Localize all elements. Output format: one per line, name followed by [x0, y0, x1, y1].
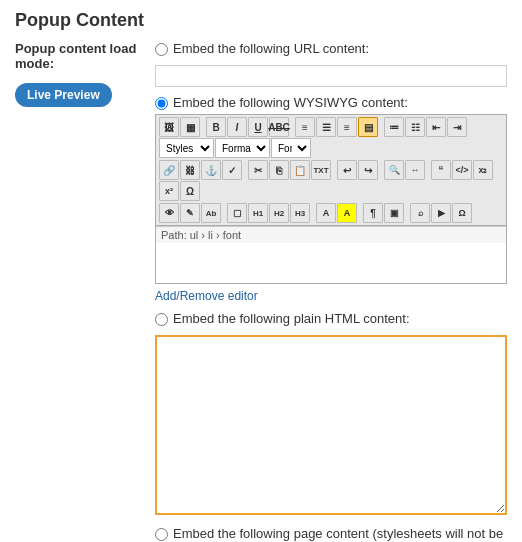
page-option: Embed the following page content (styles… — [155, 526, 507, 542]
tb-code-btn[interactable]: </> — [452, 160, 472, 180]
tb-find-btn[interactable]: 🔍 — [384, 160, 404, 180]
url-option: Embed the following URL content: — [155, 41, 507, 56]
tb-list-ol-btn[interactable]: ☷ — [405, 117, 425, 137]
tb-styles-select[interactable]: Styles — [159, 138, 214, 158]
toolbar-row-1: 🖼 ▦ B I U ABC ≡ ☰ ≡ ▤ ≔ ☷ ⇤ ⇥ — [159, 117, 503, 158]
html-textarea[interactable] — [155, 335, 507, 515]
tb-bold-btn[interactable]: B — [206, 117, 226, 137]
tb-indent-btn[interactable]: ⇥ — [447, 117, 467, 137]
tb-align-justify-btn[interactable]: ▤ — [358, 117, 378, 137]
url-radio[interactable] — [155, 43, 168, 56]
tb-charmap-btn[interactable]: Ω — [452, 203, 472, 223]
tb-preview-btn[interactable]: 👁 — [159, 203, 179, 223]
html-option-label: Embed the following plain HTML content: — [173, 311, 410, 326]
tb-blockquote-btn[interactable]: “ — [431, 160, 451, 180]
tb-source-btn[interactable]: ✎ — [180, 203, 200, 223]
toolbar-row-2: 🔗 ⛓ ⚓ ✓ ✂ ⎘ 📋 TXT ↩ ↪ 🔍 ↔ “ — [159, 160, 503, 201]
tb-h1-btn[interactable]: H1 — [248, 203, 268, 223]
tb-list-ul-btn[interactable]: ≔ — [384, 117, 404, 137]
tb-redo-btn[interactable]: ↪ — [358, 160, 378, 180]
tb-para-btn[interactable]: ¶ — [363, 203, 383, 223]
toolbar-row-3: 👁 ✎ Ab ▢ H1 H2 H3 A A ¶ ▣ ⌕ ▶ — [159, 203, 503, 223]
wysiwyg-option-label: Embed the following WYSIWYG content: — [173, 95, 408, 110]
tb-outdent-btn[interactable]: ⇤ — [426, 117, 446, 137]
html-radio[interactable] — [155, 313, 168, 326]
content-load-label: Popup content load mode: — [15, 41, 145, 71]
tb-anchor-btn[interactable]: ⚓ — [201, 160, 221, 180]
tb-bgcolor-btn[interactable]: A — [337, 203, 357, 223]
tb-fgcolor-btn[interactable]: A — [316, 203, 336, 223]
tb-font-select[interactable]: Fon — [271, 138, 311, 158]
tb-paste-text-btn[interactable]: TXT — [311, 160, 331, 180]
url-option-label: Embed the following URL content: — [173, 41, 369, 56]
tb-table-btn[interactable]: ▦ — [180, 117, 200, 137]
tb-replace-btn[interactable]: ↔ — [405, 160, 425, 180]
add-remove-editor-link[interactable]: Add/Remove editor — [155, 289, 258, 303]
tb-sub-btn[interactable]: x₂ — [473, 160, 493, 180]
tb-undo-btn[interactable]: ↩ — [337, 160, 357, 180]
tb-spell-btn[interactable]: ✓ — [222, 160, 242, 180]
tb-zoom-btn[interactable]: ⌕ — [410, 203, 430, 223]
wysiwyg-option: Embed the following WYSIWYG content: — [155, 95, 507, 110]
tb-cut-btn[interactable]: ✂ — [248, 160, 268, 180]
tb-align-right-btn[interactable]: ≡ — [337, 117, 357, 137]
tb-copy-btn[interactable]: ⎘ — [269, 160, 289, 180]
tb-align-center-btn[interactable]: ☰ — [316, 117, 336, 137]
tb-italic-btn[interactable]: I — [227, 117, 247, 137]
page-title: Popup Content — [15, 10, 507, 31]
wysiwyg-editor: 🖼 ▦ B I U ABC ≡ ☰ ≡ ▤ ≔ ☷ ⇤ ⇥ — [155, 114, 507, 284]
wysiwyg-radio[interactable] — [155, 97, 168, 110]
editor-toolbar: 🖼 ▦ B I U ABC ≡ ☰ ≡ ▤ ≔ ☷ ⇤ ⇥ — [156, 115, 506, 226]
tb-unlink-btn[interactable]: ⛓ — [180, 160, 200, 180]
url-input[interactable] — [155, 65, 507, 87]
tb-h3-btn[interactable]: H3 — [290, 203, 310, 223]
tb-showblocks-btn[interactable]: ▣ — [384, 203, 404, 223]
tb-link-btn[interactable]: 🔗 — [159, 160, 179, 180]
tb-omega-btn[interactable]: Ω — [180, 181, 200, 201]
page-option-label: Embed the following page content (styles… — [173, 526, 507, 542]
tb-paste-btn[interactable]: 📋 — [290, 160, 310, 180]
tb-image-btn[interactable]: 🖼 — [159, 117, 179, 137]
editor-content[interactable] — [156, 243, 506, 283]
live-preview-button[interactable]: Live Preview — [15, 83, 112, 107]
page-radio[interactable] — [155, 528, 168, 541]
tb-strikethrough-btn[interactable]: ABC — [269, 117, 289, 137]
editor-path-bar: Path: ul › li › font — [156, 226, 506, 243]
tb-layer-btn[interactable]: ▢ — [227, 203, 247, 223]
tb-h2-btn[interactable]: H2 — [269, 203, 289, 223]
tb-media-btn[interactable]: ▶ — [431, 203, 451, 223]
tb-abbr-btn[interactable]: Ab — [201, 203, 221, 223]
tb-align-left-btn[interactable]: ≡ — [295, 117, 315, 137]
html-option: Embed the following plain HTML content: — [155, 311, 507, 326]
tb-underline-btn[interactable]: U — [248, 117, 268, 137]
tb-sup-btn[interactable]: x² — [159, 181, 179, 201]
tb-format-select[interactable]: Format — [215, 138, 270, 158]
